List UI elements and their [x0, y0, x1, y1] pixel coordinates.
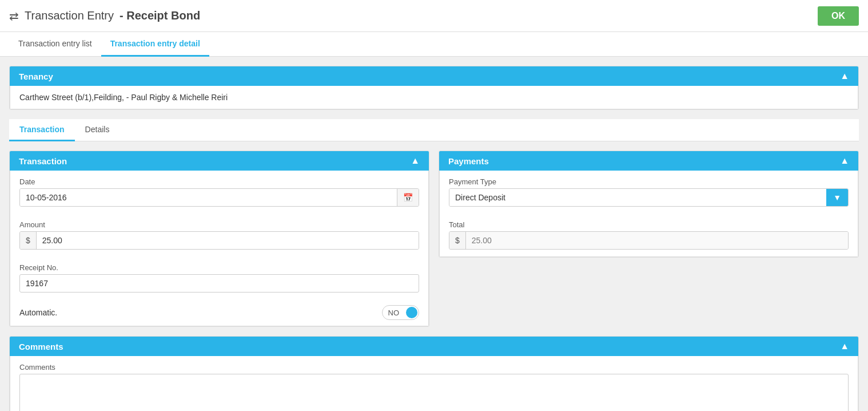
payments-card: Payments ▲ Payment Type Direct Deposit C…	[439, 151, 859, 258]
exchange-icon: ⇄	[9, 9, 19, 23]
payment-type-select[interactable]: Direct Deposit Cash Cheque Credit Card	[449, 189, 826, 206]
amount-currency-symbol: $	[20, 232, 37, 249]
inner-tab-details[interactable]: Details	[75, 119, 120, 141]
comments-textarea[interactable]	[19, 374, 849, 411]
title-prefix: Transaction Entry	[25, 9, 114, 22]
payments-section-header: Payments ▲	[439, 151, 858, 171]
header-title: ⇄ Transaction Entry - Receipt Bond	[9, 9, 200, 23]
total-input-wrapper: $	[449, 231, 849, 250]
inner-tab-transaction[interactable]: Transaction	[9, 119, 75, 141]
transaction-col: Transaction ▲ Date 📅 Amount	[9, 151, 429, 336]
ok-button[interactable]: OK	[818, 6, 859, 26]
total-label: Total	[449, 220, 849, 229]
automatic-toggle[interactable]: NO	[382, 305, 420, 320]
two-col-layout: Transaction ▲ Date 📅 Amount	[9, 151, 859, 336]
top-tabs: Transaction entry list Transaction entry…	[0, 32, 868, 57]
tenancy-label: Tenancy	[19, 72, 53, 81]
toggle-no-label: NO	[383, 306, 405, 319]
payments-chevron[interactable]: ▲	[840, 156, 849, 166]
receipt-no-input[interactable]	[19, 274, 419, 293]
payment-type-group: Payment Type Direct Deposit Cash Cheque …	[440, 171, 858, 214]
comments-section-header: Comments ▲	[10, 337, 858, 356]
date-label: Date	[19, 177, 419, 186]
comments-field-group: Comments	[10, 356, 858, 411]
payment-type-select-wrapper: Direct Deposit Cash Cheque Credit Card ▼	[449, 188, 849, 207]
date-input-wrapper: 📅	[19, 188, 419, 207]
transaction-section-header: Transaction ▲	[10, 151, 429, 171]
comments-label: Comments	[19, 342, 63, 351]
payments-section-body: Payment Type Direct Deposit Cash Cheque …	[439, 171, 858, 257]
select-arrow-icon[interactable]: ▼	[826, 189, 848, 206]
total-input	[466, 232, 848, 249]
payments-col: Payments ▲ Payment Type Direct Deposit C…	[439, 151, 859, 336]
inner-tabs: Transaction Details	[9, 119, 859, 141]
title-suffix: - Receipt Bond	[120, 9, 200, 22]
automatic-row: Automatic. NO	[10, 299, 428, 326]
transaction-card: Transaction ▲ Date 📅 Amount	[9, 151, 429, 327]
amount-group: Amount $	[10, 214, 428, 256]
main-content: Tenancy ▲ Carthew Street (b/1),Feilding,…	[0, 57, 868, 411]
date-input[interactable]	[20, 189, 397, 206]
transaction-chevron[interactable]: ▲	[411, 156, 420, 166]
header: ⇄ Transaction Entry - Receipt Bond OK	[0, 0, 868, 32]
date-group: Date 📅	[10, 171, 428, 214]
receipt-no-group: Receipt No.	[10, 256, 428, 299]
payment-type-label: Payment Type	[449, 177, 849, 186]
comments-section-body: Comments	[10, 356, 858, 411]
tenancy-section: Tenancy ▲ Carthew Street (b/1),Feilding,…	[9, 66, 859, 110]
transaction-section-label: Transaction	[19, 156, 67, 166]
amount-input-wrapper: $	[19, 231, 419, 250]
calendar-icon[interactable]: 📅	[397, 189, 419, 206]
amount-input[interactable]	[37, 232, 419, 249]
tab-transaction-entry-detail[interactable]: Transaction entry detail	[101, 32, 209, 57]
comments-field-label: Comments	[19, 363, 849, 372]
automatic-label: Automatic.	[19, 308, 57, 317]
amount-label: Amount	[19, 220, 419, 229]
tenancy-value: Carthew Street (b/1),Feilding, - Paul Ri…	[10, 86, 858, 109]
payments-label: Payments	[448, 156, 489, 166]
comments-chevron[interactable]: ▲	[840, 341, 849, 351]
tenancy-header: Tenancy ▲	[10, 66, 858, 86]
receipt-no-label: Receipt No.	[19, 263, 419, 272]
total-currency-symbol: $	[449, 232, 466, 249]
toggle-circle	[406, 307, 417, 318]
tab-transaction-entry-list[interactable]: Transaction entry list	[9, 32, 101, 57]
transaction-section-body: Date 📅 Amount $	[10, 171, 429, 326]
comments-section: Comments ▲ Comments	[9, 336, 859, 411]
tenancy-chevron[interactable]: ▲	[840, 71, 849, 81]
total-group: Total $	[440, 214, 858, 256]
